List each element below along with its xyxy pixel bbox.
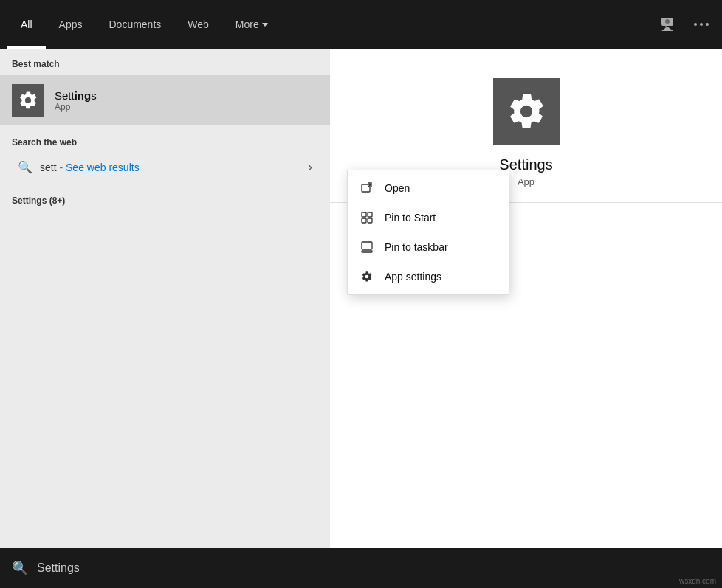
watermark: wsxdn.com [679,577,716,585]
context-menu: Open Pin to Start Pin to taskbar [347,170,509,295]
left-panel: Best match Settings App Search the web 🔍 [0,49,330,548]
svg-rect-13 [362,251,372,252]
chevron-down-icon [262,23,268,27]
pin-start-icon [360,210,374,225]
pin-taskbar-icon [360,240,374,255]
web-search-label: Search the web [12,137,318,148]
svg-point-3 [694,23,697,26]
best-match-item[interactable]: Settings App [0,75,330,125]
best-match-item-type: App [55,102,97,112]
best-match-item-text: Settings App [55,89,97,112]
nav-tab-apps[interactable]: Apps [46,0,96,49]
svg-rect-6 [362,184,370,192]
svg-rect-11 [368,218,372,223]
gear-icon [360,269,374,284]
web-search-section: Search the web 🔍 sett - See web results … [0,125,330,187]
svg-rect-8 [362,212,366,217]
search-icon: 🔍 [18,160,32,174]
nav-right [654,11,715,38]
more-options-button[interactable] [688,16,715,32]
settings-icon-large [493,78,560,145]
nav-tab-web[interactable]: Web [174,0,222,49]
bottom-search-icon: 🔍 [12,560,28,576]
nav-tab-all[interactable]: All [7,0,46,49]
best-match-label: Best match [0,49,330,75]
settings-icon-small [12,84,44,117]
web-search-text: sett - See web results [40,162,140,173]
bottom-search-input[interactable] [37,561,710,575]
nav-tab-more[interactable]: More [222,0,281,49]
chevron-right-icon: › [308,159,312,175]
svg-rect-9 [368,212,372,217]
main-content: Best match Settings App Search the web 🔍 [0,49,722,548]
svg-point-4 [700,23,703,26]
app-type: App [518,176,534,187]
context-menu-app-settings[interactable]: App settings [348,262,509,291]
svg-point-2 [665,19,670,24]
settings-section-label: Settings (8+) [0,187,330,212]
bottom-search-bar: 🔍 wsxdn.com [0,548,722,588]
best-match-item-name: Settings [55,89,97,102]
nav-tab-documents[interactable]: Documents [95,0,174,49]
svg-rect-10 [362,218,366,223]
svg-rect-12 [362,242,372,249]
nav-tabs: All Apps Documents Web More [7,0,654,49]
open-icon [360,181,374,196]
web-search-item[interactable]: 🔍 sett - See web results › [12,153,318,181]
context-menu-pin-taskbar[interactable]: Pin to taskbar [348,232,509,262]
person-icon-button[interactable] [654,11,681,38]
right-panel: Settings App [330,49,722,548]
svg-point-5 [706,23,709,26]
context-menu-open[interactable]: Open [348,173,509,203]
context-menu-pin-start[interactable]: Pin to Start [348,203,509,232]
top-nav: All Apps Documents Web More [0,0,722,49]
